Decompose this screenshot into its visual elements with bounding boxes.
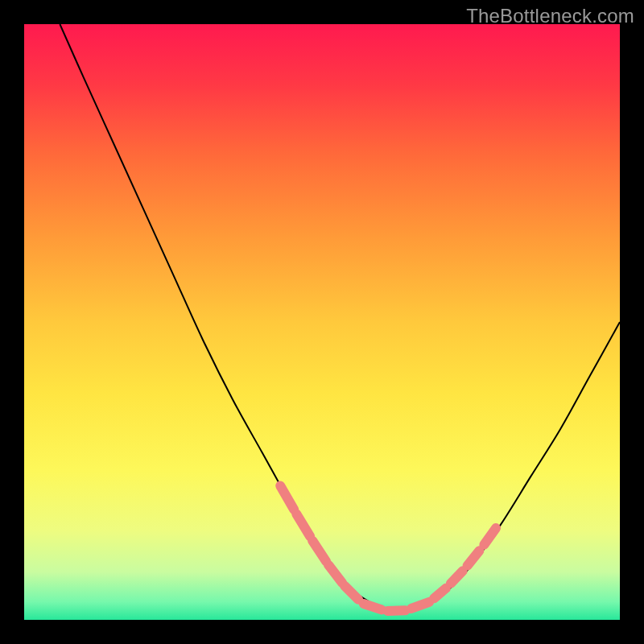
plot-area bbox=[24, 24, 620, 620]
highlight-dash bbox=[364, 604, 382, 609]
chart-frame: TheBottleneck.com bbox=[0, 0, 644, 644]
highlight-dash bbox=[387, 610, 405, 611]
highlight-dash bbox=[411, 602, 429, 609]
gradient-background bbox=[24, 24, 620, 620]
chart-svg bbox=[24, 24, 620, 620]
watermark-text: TheBottleneck.com bbox=[466, 5, 634, 27]
